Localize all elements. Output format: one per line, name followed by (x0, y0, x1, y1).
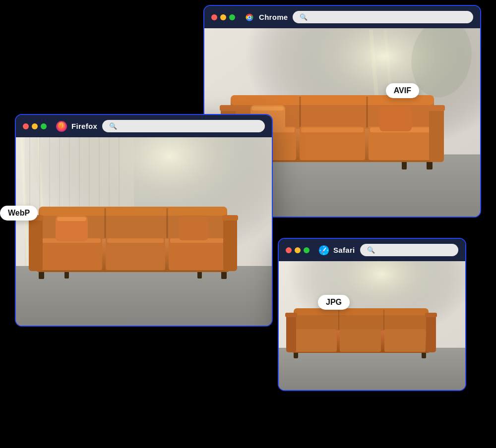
svg-rect-33 (379, 107, 412, 131)
safari-logo-area: Safari (318, 245, 355, 256)
svg-rect-65 (107, 238, 164, 243)
firefox-content (16, 137, 272, 326)
svg-rect-96 (286, 315, 296, 352)
avif-badge: AVIF (386, 83, 419, 98)
chrome-name: Chrome (259, 13, 288, 21)
safari-content (279, 261, 465, 390)
svg-rect-90 (294, 308, 429, 315)
svg-rect-55 (197, 271, 202, 279)
firefox-sofa-image (16, 137, 272, 326)
firefox-minimize-btn[interactable] (32, 123, 38, 129)
svg-rect-84 (279, 348, 465, 390)
chrome-search-icon: 🔍 (300, 13, 308, 21)
safari-sofa-image (279, 261, 465, 390)
svg-rect-97 (426, 315, 436, 352)
svg-rect-54 (64, 271, 69, 279)
firefox-traffic-lights (23, 123, 47, 129)
svg-rect-95 (384, 329, 426, 352)
svg-rect-72 (57, 217, 86, 221)
firefox-window: Firefox 🔍 (15, 114, 273, 327)
main-scene: AVIF WebP JPG (0, 0, 496, 448)
svg-rect-15 (402, 161, 407, 169)
safari-window: Safari 🔍 (278, 238, 466, 391)
safari-search-icon: 🔍 (367, 246, 375, 254)
safari-name: Safari (333, 246, 355, 254)
webp-badge: WebP (0, 206, 38, 221)
safari-maximize-btn[interactable] (304, 247, 310, 253)
svg-rect-50 (16, 266, 272, 326)
firefox-name: Firefox (71, 122, 97, 130)
safari-titlebar: Safari 🔍 (279, 239, 465, 261)
svg-rect-98 (285, 313, 297, 317)
firefox-logo-icon (56, 120, 67, 132)
chrome-maximize-btn[interactable] (229, 14, 235, 20)
svg-rect-68 (223, 218, 237, 271)
safari-traffic-lights (286, 247, 310, 253)
safari-search-bar[interactable]: 🔍 (360, 244, 459, 256)
chrome-logo-icon (244, 12, 255, 23)
safari-close-btn[interactable] (286, 247, 292, 253)
firefox-maximize-btn[interactable] (41, 123, 47, 129)
svg-rect-30 (428, 105, 445, 111)
chrome-titlebar: Chrome 🔍 (204, 6, 480, 28)
svg-rect-70 (222, 215, 238, 221)
svg-rect-67 (29, 218, 43, 271)
firefox-titlebar: Firefox 🔍 (16, 115, 272, 137)
svg-rect-94 (340, 329, 381, 352)
firefox-search-icon: 🔍 (109, 122, 117, 130)
chrome-search-bar[interactable]: 🔍 (293, 11, 473, 23)
firefox-close-btn[interactable] (23, 123, 29, 129)
svg-rect-93 (294, 329, 337, 352)
svg-rect-29 (220, 105, 237, 111)
safari-minimize-btn[interactable] (295, 247, 301, 253)
svg-rect-73 (179, 217, 208, 240)
chrome-minimize-btn[interactable] (220, 14, 226, 20)
svg-rect-25 (301, 127, 364, 132)
firefox-logo-area: Firefox (56, 120, 97, 132)
jpg-badge: JPG (318, 295, 350, 310)
chrome-logo-area: Chrome (244, 12, 288, 23)
chrome-traffic-lights (211, 14, 235, 20)
firefox-search-bar[interactable]: 🔍 (102, 120, 265, 132)
svg-point-4 (248, 16, 251, 18)
svg-rect-32 (252, 107, 284, 111)
svg-rect-58 (39, 207, 227, 216)
svg-rect-28 (429, 108, 444, 162)
safari-logo-icon (318, 245, 329, 256)
svg-rect-99 (425, 313, 437, 317)
chrome-close-btn[interactable] (211, 14, 217, 20)
svg-point-81 (323, 249, 325, 251)
